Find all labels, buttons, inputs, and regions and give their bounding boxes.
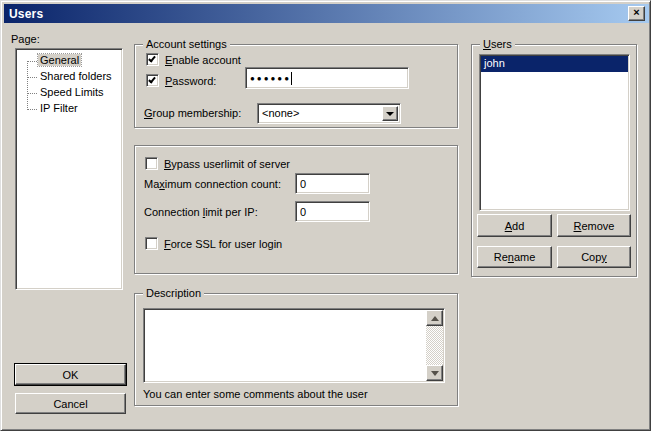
connection-per-ip-label: Connection limit per IP: [144, 206, 258, 218]
group-membership-select[interactable]: <none> [257, 103, 401, 124]
add-user-button[interactable]: Add [477, 214, 552, 237]
remove-user-button[interactable]: Remove [557, 214, 631, 237]
cancel-button[interactable]: Cancel [15, 393, 126, 414]
user-list-item[interactable]: john [481, 56, 628, 72]
password-checkbox[interactable] [146, 74, 159, 87]
group-membership-label: Group membership: [144, 107, 241, 119]
tree-item-shared-folders[interactable]: Shared folders [16, 69, 122, 85]
description-group: Description You can enter some comments … [134, 293, 458, 406]
password-label[interactable]: Password: [165, 75, 216, 87]
connection-per-ip-input[interactable] [295, 201, 370, 222]
close-icon: × [633, 7, 639, 18]
force-ssl-checkbox[interactable] [145, 237, 158, 250]
connection-limits-group: Bypass userlimit of server Maximum conne… [134, 145, 458, 274]
description-input[interactable] [143, 308, 445, 383]
bypass-userlimit-checkbox[interactable] [145, 157, 158, 170]
bypass-userlimit-label[interactable]: Bypass userlimit of server [164, 158, 290, 170]
scroll-up-button[interactable] [426, 310, 443, 326]
text-caret [291, 72, 292, 85]
users-group-title: Users [480, 37, 515, 51]
description-hint: You can enter some comments about the us… [143, 388, 368, 400]
tree-item-ip-filter[interactable]: IP Filter [16, 101, 122, 117]
page-tree[interactable]: General Shared folders Speed Limits IP F… [15, 48, 123, 290]
description-title: Description [143, 286, 204, 300]
description-scrollbar[interactable] [426, 310, 443, 381]
checkmark-icon [148, 55, 156, 63]
account-settings-title: Account settings [143, 37, 230, 51]
password-input[interactable]: ●●●●●● [245, 67, 409, 89]
rename-user-button[interactable]: Rename [477, 246, 552, 268]
account-settings-group: Account settings Enable account Password… [134, 44, 458, 128]
tree-item-general[interactable]: General [16, 53, 122, 69]
password-value: ●●●●●● [250, 74, 291, 83]
copy-user-button[interactable]: Copy [557, 246, 631, 268]
close-button[interactable]: × [628, 6, 645, 21]
page-label: Page: [11, 33, 40, 45]
scroll-down-button[interactable] [426, 365, 443, 381]
max-connection-label: Maximum connection count: [144, 178, 281, 190]
checkmark-icon [148, 76, 156, 84]
window-title: Users [9, 7, 43, 21]
chevron-down-icon [386, 112, 394, 116]
group-membership-dropdown-button[interactable] [382, 106, 398, 121]
enable-account-label[interactable]: Enable account [165, 54, 241, 66]
titlebar: Users [4, 4, 649, 23]
group-membership-value: <none> [262, 107, 299, 119]
users-group: Users john Add Remove Rename Copy [471, 44, 637, 277]
enable-account-checkbox[interactable] [146, 53, 159, 66]
users-list[interactable]: john [479, 54, 630, 211]
scroll-up-icon [431, 316, 439, 321]
max-connection-input[interactable] [295, 173, 370, 194]
users-dialog: Users × Page: General Shared folders Spe… [0, 0, 651, 431]
ok-button[interactable]: OK [15, 364, 126, 385]
scroll-down-icon [431, 371, 439, 376]
tree-item-speed-limits[interactable]: Speed Limits [16, 85, 122, 101]
force-ssl-label[interactable]: Force SSL for user login [164, 238, 282, 250]
description-value [147, 311, 424, 380]
